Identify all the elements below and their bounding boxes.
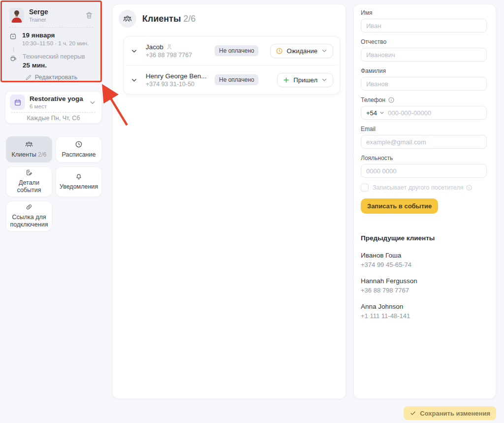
trainer-role: Trainer bbox=[29, 17, 48, 23]
link-icon bbox=[25, 203, 33, 211]
person-icon bbox=[166, 43, 173, 50]
client-phone: +36 88 798 7767 bbox=[146, 52, 211, 59]
country-code-value: +54 bbox=[366, 109, 377, 117]
enroll-button[interactable]: Записать в событие bbox=[361, 198, 438, 214]
new-client-form: Имя Отчество Фамилия Телефон +54 Email Л… bbox=[353, 4, 496, 399]
calendar-icon bbox=[14, 98, 22, 106]
divider bbox=[11, 112, 95, 113]
bell-icon bbox=[75, 172, 83, 180]
page-title-text: Клиенты bbox=[142, 14, 181, 24]
other-visitor-checkbox-label: Записывает другого посетителя bbox=[373, 184, 463, 191]
page-title-count: 2/6 bbox=[184, 14, 196, 24]
chevron-down-icon[interactable] bbox=[130, 47, 138, 55]
delete-trainer-button[interactable] bbox=[84, 10, 94, 20]
info-icon bbox=[388, 97, 395, 103]
email-label: Email bbox=[361, 126, 486, 132]
payment-status-badge: Не оплачено bbox=[215, 74, 258, 85]
break-label: Технический перерыв bbox=[23, 53, 85, 60]
event-seats: 6 мест bbox=[30, 103, 83, 109]
page-title: Клиенты 2/6 bbox=[142, 14, 196, 24]
event-time: 10:30–11:50 · 1 ч. 20 мин. bbox=[22, 40, 89, 46]
previous-client-name: Иванов Гоша bbox=[361, 252, 486, 259]
document-edit-icon bbox=[25, 169, 33, 176]
sidebar-tab-event-details[interactable]: Детали события bbox=[6, 166, 52, 197]
event-title: Restorative yoga bbox=[30, 95, 83, 102]
previous-client-item[interactable]: Иванов Гоша +374 99 45-65-74 bbox=[361, 252, 486, 268]
chevron-down-icon[interactable] bbox=[130, 76, 138, 84]
last-name-input[interactable] bbox=[361, 77, 487, 91]
previous-clients-title: Предыдущие клиенты bbox=[361, 234, 486, 242]
client-name: Henry George Ben... bbox=[146, 72, 207, 80]
attendance-status-label: Ожидание bbox=[286, 47, 317, 55]
phone-field: +54 bbox=[361, 106, 487, 120]
client-phone: +374 93 31-10-50 bbox=[146, 81, 211, 88]
event-date: 19 января bbox=[22, 32, 89, 39]
save-changes-button[interactable]: Сохранить изменения bbox=[404, 406, 496, 420]
waiting-clock-icon bbox=[276, 47, 283, 55]
attendance-status-dropdown[interactable]: Ожидание bbox=[270, 44, 333, 58]
phone-input[interactable] bbox=[388, 106, 486, 119]
previous-client-item[interactable]: Hannah Fergusson +36 88 798 7767 bbox=[361, 277, 486, 294]
clock-icon bbox=[75, 140, 83, 148]
edit-button-label: Редактировать bbox=[35, 74, 77, 80]
divider bbox=[9, 27, 93, 28]
attendance-status-label: Пришел bbox=[293, 76, 317, 84]
edit-button[interactable]: Редактировать bbox=[25, 74, 77, 80]
first-name-label: Имя bbox=[361, 9, 486, 16]
tab-connection-link-label: Ссылка для подключения bbox=[8, 214, 50, 229]
phone-label: Телефон bbox=[361, 97, 385, 103]
client-name: Jacob bbox=[146, 43, 163, 51]
country-code-select[interactable]: +54 bbox=[361, 109, 388, 117]
coffee-break-icon bbox=[9, 54, 17, 62]
save-changes-label: Сохранить изменения bbox=[420, 410, 490, 417]
people-icon bbox=[123, 14, 132, 23]
sidebar-tab-clients[interactable]: Клиенты 2/6 bbox=[6, 136, 52, 163]
tab-clients-label: Клиенты bbox=[12, 151, 36, 158]
trainer-card: Serge Trainer 19 января 10:30–11:50 · 1 … bbox=[2, 2, 100, 80]
arrived-plus-icon bbox=[283, 76, 290, 84]
trainer-avatar bbox=[9, 8, 24, 23]
loyalty-label: Лояльность bbox=[361, 155, 486, 162]
payment-status-badge: Не оплачено bbox=[215, 45, 258, 56]
client-list: Jacob +36 88 798 7767 Не оплачено Ожидан… bbox=[124, 36, 340, 95]
previous-client-item[interactable]: Anna Johnson +1 111 11-48-141 bbox=[361, 303, 486, 320]
tab-notifications-label: Уведомления bbox=[60, 183, 98, 191]
check-icon bbox=[410, 410, 416, 417]
info-icon bbox=[466, 184, 472, 191]
clients-header-iconbox bbox=[119, 10, 136, 28]
trash-icon bbox=[85, 11, 93, 19]
middle-name-input[interactable] bbox=[361, 48, 487, 62]
event-schedule: Каждые Пн, Чт, Сб bbox=[5, 115, 101, 122]
sidebar-tab-schedule[interactable]: Расписание bbox=[56, 136, 102, 163]
tab-event-details-label: Детали события bbox=[8, 179, 50, 195]
clients-panel: Клиенты 2/6 Jacob +36 88 798 7767 Не опл… bbox=[112, 4, 346, 399]
sidebar-tab-notifications[interactable]: Уведомления bbox=[56, 166, 102, 197]
tab-clients-count: 2/6 bbox=[38, 151, 46, 158]
previous-client-phone: +1 111 11-48-141 bbox=[361, 312, 486, 320]
middle-name-label: Отчество bbox=[361, 38, 486, 45]
previous-client-name: Anna Johnson bbox=[361, 303, 486, 310]
sidebar-tab-connection-link[interactable]: Ссылка для подключения bbox=[6, 201, 52, 231]
chevron-down-icon[interactable] bbox=[89, 98, 96, 106]
previous-client-name: Hannah Fergusson bbox=[361, 277, 486, 285]
calendar-icon bbox=[9, 33, 17, 40]
client-row: Henry George Ben... +374 93 31-10-50 Не … bbox=[124, 65, 340, 94]
event-card: Restorative yoga 6 мест Каждые Пн, Чт, С… bbox=[5, 91, 102, 124]
email-input[interactable] bbox=[361, 135, 487, 149]
client-row: Jacob +36 88 798 7767 Не оплачено Ожидан… bbox=[124, 36, 340, 65]
chevron-down-icon bbox=[379, 110, 385, 116]
pencil-icon bbox=[25, 74, 32, 80]
trainer-name: Serge bbox=[29, 8, 48, 16]
people-icon bbox=[25, 140, 33, 148]
loyalty-input[interactable] bbox=[361, 164, 487, 178]
first-name-input[interactable] bbox=[361, 19, 487, 33]
break-value: 25 мин. bbox=[23, 62, 85, 69]
previous-client-phone: +36 88 798 7767 bbox=[361, 287, 486, 294]
chevron-down-icon bbox=[321, 76, 328, 83]
chevron-down-icon bbox=[321, 47, 328, 54]
previous-client-phone: +374 99 45-65-74 bbox=[361, 261, 486, 268]
other-visitor-checkbox[interactable] bbox=[361, 184, 369, 192]
attendance-status-dropdown[interactable]: Пришел bbox=[277, 73, 333, 87]
tab-schedule-label: Расписание bbox=[62, 151, 96, 159]
timeline-connector bbox=[13, 47, 100, 52]
